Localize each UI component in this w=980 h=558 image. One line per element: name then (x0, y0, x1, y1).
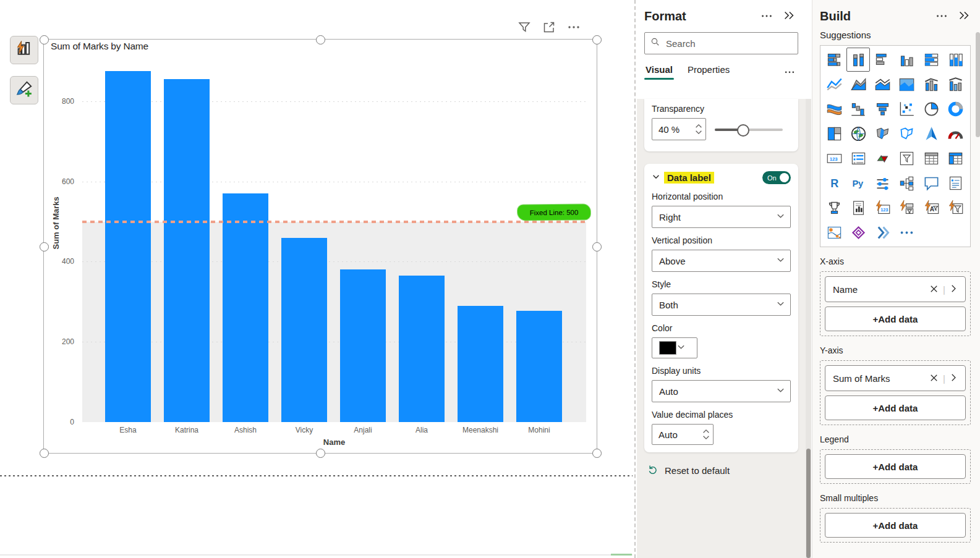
paginated-report-icon[interactable] (846, 196, 870, 220)
tab-visual[interactable]: Visual (646, 64, 673, 80)
matrix-icon[interactable] (944, 146, 968, 171)
auto-create-visual-button[interactable] (10, 36, 38, 64)
display-units-dropdown[interactable]: Auto (652, 380, 791, 402)
kpi-icon[interactable] (871, 146, 895, 171)
resize-handle-middle-right[interactable] (592, 242, 602, 252)
vertical-position-dropdown[interactable]: Above (652, 250, 791, 272)
reset-to-default-button[interactable]: Reset to default (647, 463, 796, 477)
ai-slicer-icon[interactable] (895, 196, 919, 220)
line-and-stacked-column-chart-icon[interactable] (919, 72, 943, 96)
line-chart-icon[interactable] (822, 72, 846, 96)
field-options-chevron-icon[interactable] (948, 372, 960, 384)
stacked-column-chart-icon[interactable] (846, 48, 870, 72)
hundred-stacked-area-chart-icon[interactable] (895, 72, 919, 96)
data-label-toggle[interactable]: On (762, 171, 791, 184)
spinner-arrows-icon[interactable] (694, 124, 703, 135)
small-multiples-add-data-button[interactable]: +Add data (825, 513, 966, 538)
stacked-bar-chart-icon[interactable] (822, 48, 846, 72)
bar-anjali[interactable] (340, 269, 386, 422)
filled-map-icon[interactable] (871, 122, 895, 146)
y-axis-add-data-button[interactable]: +Add data (825, 395, 966, 420)
ai-card-icon[interactable]: 123 (871, 196, 895, 220)
style-dropdown[interactable]: Both (652, 294, 791, 316)
remove-field-icon[interactable] (928, 372, 940, 384)
stacked-area-chart-icon[interactable] (871, 72, 895, 96)
field-options-chevron-icon[interactable] (948, 283, 960, 295)
gauge-icon[interactable] (944, 122, 968, 146)
ai-filter-icon[interactable] (944, 196, 968, 220)
card-icon[interactable]: 123 (822, 146, 846, 171)
x-axis-add-data-button[interactable]: +Add data (825, 306, 966, 331)
resize-handle-middle-left[interactable] (40, 242, 49, 252)
resize-handle-bottom-middle[interactable] (316, 449, 325, 458)
azure-map-icon[interactable] (919, 122, 943, 146)
more-options-icon[interactable] (566, 20, 581, 35)
bar-alia[interactable] (399, 276, 445, 422)
build-pane-more-options-icon[interactable] (935, 9, 950, 23)
decomposition-tree-icon[interactable] (895, 171, 919, 195)
map-icon[interactable] (846, 122, 870, 146)
data-label-section-title[interactable]: Data label (664, 172, 714, 184)
focus-mode-icon[interactable] (542, 20, 556, 35)
button-slicer-icon[interactable] (871, 171, 895, 195)
power-automate-icon[interactable] (871, 221, 895, 245)
ai-text-icon[interactable]: A (919, 196, 943, 220)
pie-chart-icon[interactable] (919, 97, 943, 121)
bar-vicky[interactable] (281, 238, 327, 422)
build-collapse-pane-icon[interactable] (957, 9, 972, 23)
transparency-value-spinner[interactable]: 40 % (652, 118, 706, 140)
spinner-arrows-icon[interactable] (702, 429, 710, 440)
donut-chart-icon[interactable] (944, 97, 968, 121)
tabs-more-options-icon[interactable] (783, 66, 797, 79)
collapse-pane-icon[interactable] (782, 9, 797, 23)
bar-meenakshi[interactable] (458, 306, 503, 422)
power-apps-icon[interactable] (846, 221, 870, 245)
metrics-icon[interactable] (822, 196, 846, 220)
clustered-bar-chart-icon[interactable] (871, 48, 895, 72)
scatter-chart-icon[interactable] (895, 97, 919, 121)
resize-handle-top-middle[interactable] (316, 35, 325, 44)
bar-ashish[interactable] (223, 193, 268, 422)
search-input[interactable] (665, 38, 793, 49)
line-and-clustered-column-chart-icon[interactable] (944, 72, 968, 96)
slicer-icon[interactable] (895, 146, 919, 171)
format-pane-more-options-icon[interactable] (760, 9, 775, 23)
table-icon[interactable] (919, 146, 943, 171)
ribbon-chart-icon[interactable] (822, 97, 846, 121)
arcgis-map-icon[interactable] (822, 221, 846, 245)
transparency-slider[interactable] (715, 124, 783, 135)
treemap-icon[interactable] (822, 122, 846, 146)
hundred-stacked-column-chart-icon[interactable] (944, 48, 968, 72)
funnel-chart-icon[interactable] (871, 97, 895, 121)
slider-thumb[interactable] (737, 124, 749, 137)
python-visual-icon[interactable]: Py (846, 171, 870, 195)
format-search-box[interactable] (644, 32, 798, 54)
resize-handle-top-left[interactable] (40, 35, 49, 44)
bar-esha[interactable] (105, 71, 151, 422)
value-decimal-places-spinner[interactable]: Auto (652, 424, 714, 445)
format-pane-scrollbar-thumb[interactable] (806, 449, 811, 558)
multi-row-card-icon[interactable] (846, 146, 870, 171)
tab-properties[interactable]: Properties (688, 64, 730, 80)
hundred-stacked-bar-chart-icon[interactable] (919, 48, 943, 72)
build-pane-scrollbar-thumb[interactable] (976, 32, 980, 137)
format-visual-button[interactable] (10, 76, 38, 104)
filter-icon[interactable] (517, 20, 532, 35)
resize-handle-bottom-right[interactable] (592, 449, 602, 458)
smart-narrative-icon[interactable] (944, 171, 968, 195)
remove-field-icon[interactable] (928, 283, 940, 295)
y-axis-field-pill[interactable]: Sum of Marks| (825, 365, 966, 391)
more-visuals-icon[interactable] (895, 221, 919, 245)
q-and-a-icon[interactable] (919, 171, 943, 195)
chevron-down-icon[interactable] (652, 172, 660, 184)
legend-add-data-button[interactable]: +Add data (825, 454, 966, 479)
bar-mohini[interactable] (516, 311, 562, 422)
area-chart-icon[interactable] (846, 72, 870, 96)
waterfall-chart-icon[interactable] (846, 97, 870, 121)
r-script-visual-icon[interactable]: R (822, 171, 846, 195)
horizontal-position-dropdown[interactable]: Right (652, 206, 791, 228)
color-color-picker[interactable] (652, 337, 697, 358)
resize-handle-top-right[interactable] (592, 35, 602, 44)
bar-katrina[interactable] (164, 79, 210, 422)
shape-map-icon[interactable] (895, 122, 919, 146)
